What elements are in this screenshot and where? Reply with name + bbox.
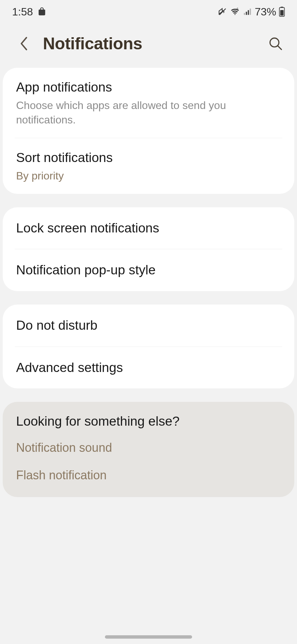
setting-title: App notifications (16, 78, 281, 96)
looking-for-else: Looking for something else? Notification… (3, 402, 294, 497)
setting-app-notifications[interactable]: App notifications Choose which apps are … (3, 68, 294, 138)
status-bar-left: 1:58 (12, 6, 46, 18)
svg-rect-2 (246, 12, 247, 15)
setting-sort-notifications[interactable]: Sort notifications By priority (3, 138, 294, 194)
settings-group-2: Lock screen notifications Notification p… (3, 207, 294, 291)
signal-icon (243, 7, 252, 16)
setting-subtitle: Choose which apps are allowed to send yo… (16, 98, 281, 127)
setting-advanced-settings[interactable]: Advanced settings (3, 347, 294, 389)
vibrate-icon (218, 7, 227, 16)
setting-title: Advanced settings (16, 359, 281, 377)
battery-icon (279, 7, 285, 17)
svg-rect-3 (248, 10, 249, 15)
page-title: Notifications (43, 34, 255, 53)
setting-subtitle: By priority (16, 169, 281, 183)
setting-title: Notification pop-up style (16, 261, 281, 279)
battery-text: 73% (255, 6, 276, 18)
search-icon (268, 36, 283, 51)
setting-lock-screen-notifications[interactable]: Lock screen notifications (3, 207, 294, 249)
svg-line-9 (278, 46, 282, 50)
notification-sound-link[interactable]: Notification sound (3, 434, 294, 462)
back-button[interactable] (16, 36, 32, 52)
settings-group-3: Do not disturb Advanced settings (3, 305, 294, 388)
bag-icon (38, 7, 46, 16)
svg-rect-7 (280, 10, 284, 15)
wifi-icon: 6 (230, 7, 240, 17)
else-title: Looking for something else? (3, 402, 294, 434)
header: Notifications (0, 23, 297, 64)
svg-text:6: 6 (237, 7, 238, 10)
chevron-left-icon (19, 36, 29, 51)
svg-rect-4 (250, 9, 251, 15)
status-time: 1:58 (12, 6, 33, 18)
search-button[interactable] (266, 34, 285, 53)
setting-do-not-disturb[interactable]: Do not disturb (3, 305, 294, 346)
setting-title: Lock screen notifications (16, 219, 281, 237)
settings-group-1: App notifications Choose which apps are … (3, 68, 294, 194)
status-bar-right: 6 73% (218, 6, 285, 18)
content: App notifications Choose which apps are … (0, 64, 297, 497)
status-bar: 1:58 6 73% (0, 0, 297, 23)
flash-notification-link[interactable]: Flash notification (3, 462, 294, 489)
nav-handle[interactable] (105, 635, 192, 639)
setting-title: Sort notifications (16, 149, 281, 167)
setting-title: Do not disturb (16, 317, 281, 334)
setting-notification-popup-style[interactable]: Notification pop-up style (3, 249, 294, 291)
svg-rect-1 (244, 13, 245, 15)
